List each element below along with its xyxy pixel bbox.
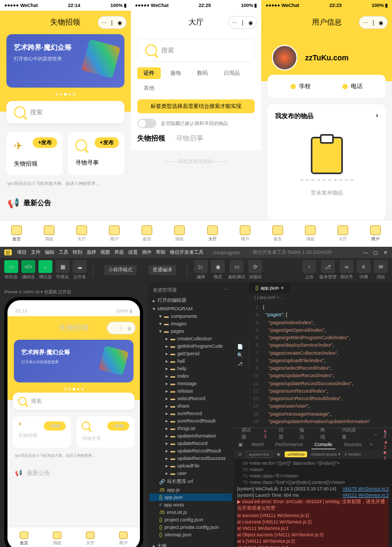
cloud-button[interactable]: ☁	[73, 260, 87, 273]
file-app.json[interactable]: {} app.json	[150, 494, 232, 501]
folder-index[interactable]: ▸ ▬ index	[150, 372, 232, 380]
file-app.wxss[interactable]: # app.wxss	[150, 501, 232, 509]
folder-hall[interactable]: ▸ ▬ hall	[150, 357, 232, 365]
publish-lost-card[interactable]: ✈ +发布 失物招领	[6, 132, 62, 175]
preview-button[interactable]: ◉	[211, 260, 225, 273]
menu-视图[interactable]: 视图	[100, 249, 110, 256]
minimize-icon[interactable]: —	[363, 250, 368, 255]
folder-release[interactable]: ▸ ▬ release	[150, 387, 232, 395]
close-tab-icon[interactable]: ×	[281, 285, 284, 291]
chip-daily[interactable]: 日用品	[217, 67, 246, 79]
info-school[interactable]: 学校	[275, 82, 326, 90]
folder-thingList[interactable]: ▸ ▬ thingList	[150, 425, 232, 432]
more-tabs-icon[interactable]: »	[370, 442, 373, 447]
chip-other[interactable]: 其他	[137, 82, 161, 94]
search-box[interactable]: 搜索	[137, 38, 255, 62]
banner-card[interactable]: 艺术跨界·魔幻众筹 打开你心中的异想世界	[6, 34, 124, 88]
folder-uploadFile[interactable]: ▸ ▬ uploadFile	[150, 462, 232, 470]
files-icon[interactable]: 📄	[237, 344, 245, 349]
clear-console-icon[interactable]: ⊘	[238, 452, 242, 457]
tab-user[interactable]: 用户	[229, 221, 261, 247]
tab-user[interactable]: 用户	[98, 221, 131, 247]
capsule[interactable]: ⋯|◉	[359, 16, 388, 29]
tab-hall[interactable]: 大厅	[196, 221, 229, 247]
inspect-icon[interactable]: ▣	[238, 442, 243, 447]
code-editor[interactable]: 1{2 "pages": [3 "pages/index/index",4 "p…	[249, 301, 392, 427]
menu-转到[interactable]: 转到	[73, 249, 82, 256]
folder-getMiniProgramCode[interactable]: ▸ ▬ getMiniProgramCode	[150, 342, 232, 350]
publish-button[interactable]: +发布	[95, 137, 119, 148]
close-icon[interactable]: ✕	[383, 250, 388, 255]
folder-updateRecordSuccess[interactable]: ▸ ▬ updateRecordSuccess	[150, 455, 232, 462]
folder-pages[interactable]: ▾ ▬ pages	[150, 327, 232, 335]
performance-tab[interactable]: Performance	[272, 440, 307, 449]
simulator-button[interactable]: ▭	[4, 260, 18, 273]
breadcrumb[interactable]: { } app.json > ...	[249, 293, 392, 301]
menu-工具[interactable]: 工具	[59, 249, 68, 256]
context-select[interactable]: appservice	[246, 451, 272, 458]
detail-button[interactable]: ≡	[357, 260, 371, 273]
info-phone[interactable]: 电话	[327, 82, 378, 90]
capsule[interactable]: ⋯|◉	[228, 16, 257, 29]
chip-clothes[interactable]: 服饰	[164, 67, 187, 79]
menu-设置[interactable]: 设置	[128, 249, 138, 256]
folder-images[interactable]: ▾ ▬ images	[150, 320, 232, 327]
file-app.js[interactable]: JS app.js	[150, 486, 232, 494]
my-items-card[interactable]: 我发布的物品› 暂未发布物品	[268, 104, 386, 220]
msg-button[interactable]: ✉	[374, 260, 388, 273]
menu-插件[interactable]: 插件	[142, 249, 152, 256]
filter-input[interactable]: -urlWASe	[285, 451, 307, 457]
menu-选择[interactable]: 选择	[87, 249, 96, 256]
menu-帮助[interactable]: 帮助	[156, 249, 166, 256]
folder-components[interactable]: ▾ ▬ components	[150, 312, 232, 320]
tab-home[interactable]: 首页	[261, 221, 294, 247]
publish-find-card[interactable]: +发布 寻物寻事	[68, 132, 124, 175]
project-root[interactable]: ▾ MINIPROGRAM	[150, 305, 232, 312]
tab-message[interactable]: 消息	[294, 221, 326, 247]
debugger-button[interactable]: ⌕	[38, 260, 52, 273]
folder-selectRecord[interactable]: ▸ ▬ selectRecord	[150, 395, 232, 402]
folder-share[interactable]: ▸ ▬ share	[150, 402, 232, 410]
tab-hall[interactable]: 大厅	[65, 221, 98, 247]
folder-sumRecordResult[interactable]: ▸ ▬ sumRecordResult	[150, 417, 232, 425]
chip-cert[interactable]: 证件	[137, 67, 161, 79]
search-box[interactable]: 搜索	[6, 101, 124, 123]
folder-updateInformation[interactable]: ▸ ▬ updateInformation	[150, 432, 232, 440]
folder-updateRecord[interactable]: ▸ ▬ updateRecord	[150, 440, 232, 447]
tab-message[interactable]: 消息	[33, 221, 65, 247]
console-tab[interactable]: Console	[311, 440, 335, 449]
error-badges[interactable]: ● 4 ▲ 3 ■ 1	[383, 428, 388, 460]
visual-button[interactable]: ▦	[56, 260, 69, 273]
collapse-icon[interactable]: ⌄	[374, 431, 378, 436]
folder-createCollection[interactable]: ▸ ▬ createCollection	[150, 335, 232, 342]
menu-界面[interactable]: 界面	[114, 249, 124, 256]
levels-select[interactable]: Default levels ▾	[311, 452, 340, 457]
editor-tab-appjson[interactable]: {}app.json×	[249, 283, 290, 293]
hidden-count[interactable]: 2 hidden	[344, 452, 361, 457]
eye-icon[interactable]: ◉	[277, 452, 280, 457]
tab-home[interactable]: 首页	[131, 221, 163, 247]
wxml-tab[interactable]: Wxml	[248, 440, 267, 449]
upload-button[interactable]: ↑	[302, 260, 316, 273]
seg-lost[interactable]: 失物招领	[137, 134, 165, 146]
open-editors-section[interactable]: ▸ 打开的编辑器	[150, 296, 232, 305]
file-project.config.json[interactable]: {} project.config.json	[150, 516, 232, 523]
file-站长图库.url[interactable]: 🔗 站长图库.url	[150, 477, 232, 486]
sources-tab[interactable]: Sources	[341, 440, 365, 449]
env-select[interactable]: 普通编译	[148, 265, 176, 275]
tab-message[interactable]: 消息	[163, 221, 196, 247]
git-icon[interactable]: ⎇	[237, 361, 245, 366]
menu-文件[interactable]: 文件	[31, 249, 41, 256]
folder-getOpenid[interactable]: ▸ ▬ getOpenid	[150, 350, 232, 357]
maximize-icon[interactable]: ▢	[373, 250, 378, 255]
console-output[interactable]: 69 <view wx:for="{{arr}}" data-index="{{…	[234, 459, 392, 547]
menu-项目[interactable]: 项目	[17, 249, 27, 256]
tab-home[interactable]: 首页	[0, 221, 33, 247]
more-icon[interactable]: ⋯	[224, 287, 229, 294]
publish-button[interactable]: +发布	[33, 137, 57, 148]
mode-select[interactable]: 小程序模式	[104, 265, 137, 275]
sim-header[interactable]: iPhone X 100% 16 ▾ 热重载 已开启	[4, 287, 143, 297]
folder-help[interactable]: ▸ ▬ help	[150, 365, 232, 372]
folder-updateRecordResult[interactable]: ▸ ▬ updateRecordResult	[150, 447, 232, 455]
file-project.private.config.json[interactable]: {} project.private.config.json	[150, 523, 232, 531]
